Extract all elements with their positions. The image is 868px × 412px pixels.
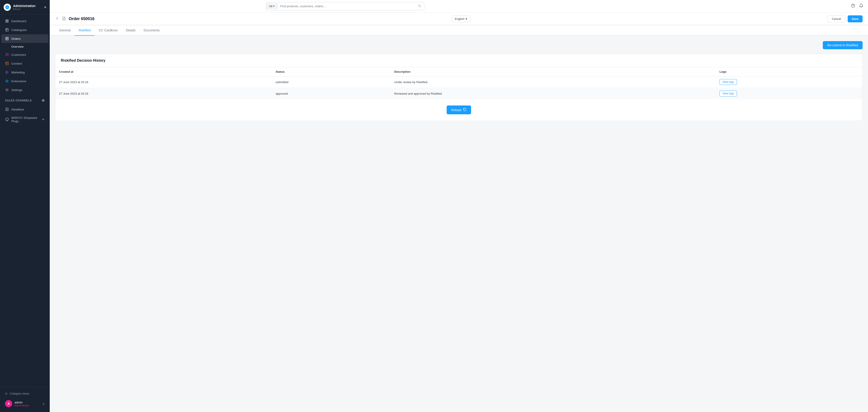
svg-rect-5 [6, 29, 8, 31]
collapse-label: Collapse menu [10, 392, 29, 395]
wsnyc-visibility-icon[interactable]: 👁 [42, 118, 45, 121]
settings-icon [5, 88, 9, 92]
table-row: 27 June 2023 at 20:16 submitted Under re… [55, 76, 862, 88]
sidebar-item-extensions[interactable]: Extensions [1, 77, 49, 85]
svg-rect-1 [6, 20, 7, 21]
main-content-area: All ▾ Order 650016 [50, 0, 868, 412]
search-all-button[interactable]: All ▾ [266, 3, 277, 9]
search-all-label: All [269, 4, 272, 8]
help-icon[interactable] [851, 3, 855, 9]
headless-label: Headless [11, 108, 24, 111]
sidebar-item-customers[interactable]: Customers [1, 50, 49, 59]
brand-area: Administration 6.5.2.1 [0, 0, 50, 15]
brand-version: 6.5.2.1 [13, 8, 42, 10]
order-title: Order 650016 [69, 16, 94, 21]
customers-label: Customers [11, 53, 26, 57]
order-bar-left: Order 650016 [55, 16, 94, 22]
catalogues-icon [5, 28, 9, 32]
tab-riskified[interactable]: Riskified [74, 25, 95, 36]
row2-description: Reviewed and approved by Riskified [391, 88, 716, 99]
sidebar-item-settings[interactable]: Settings [1, 85, 49, 94]
table-header-row: Created at Status Description Logs [55, 67, 862, 76]
collapse-menu-btn[interactable]: ⊙ Collapse menu [1, 390, 49, 398]
col-status: Status [272, 67, 391, 76]
resubmit-bar: Re-submit to Riskified [55, 41, 863, 49]
table-body: 27 June 2023 at 20:16 submitted Under re… [55, 76, 862, 99]
marketing-label: Marketing [11, 71, 25, 74]
table-row: 27 June 2023 at 20:16 approved Reviewed … [55, 88, 862, 99]
svg-point-7 [6, 53, 7, 55]
search-icon-button[interactable] [415, 2, 424, 10]
sidebar-item-marketing[interactable]: Marketing [1, 68, 49, 76]
topbar-right [851, 3, 864, 9]
sidebar: Administration 6.5.2.1 Dashboard Catalog… [0, 0, 50, 412]
user-role: Administrator [14, 404, 40, 407]
reload-button[interactable]: Reload [447, 105, 471, 114]
sidebar-bottom: ⊙ Collapse menu A admin Administrator ∧ [0, 387, 50, 412]
sidebar-item-wsnyc[interactable]: WSNYC Shopware Plugi... 👁 [1, 114, 49, 125]
user-menu-chevron[interactable]: ∧ [42, 402, 45, 406]
sidebar-item-content[interactable]: Content [1, 59, 49, 68]
sidebar-item-orders[interactable]: Orders [1, 34, 49, 43]
order-bar-center: English ▾ [98, 15, 824, 22]
brand-text: Administration 6.5.2.1 [13, 4, 42, 10]
reload-section: Reload [55, 99, 862, 121]
extensions-label: Extensions [11, 79, 26, 83]
order-bar-right: Cancel Save [828, 15, 863, 23]
back-button[interactable] [55, 16, 59, 22]
view-logs-button-2[interactable]: View logs [719, 91, 737, 97]
search-all-chevron: ▾ [273, 5, 275, 8]
col-created-at: Created at [55, 67, 272, 76]
sidebar-item-catalogues[interactable]: Catalogues [1, 26, 49, 34]
decision-history-card: Riskified Decision History Created at St… [55, 54, 863, 121]
reload-icon [463, 108, 467, 112]
collapse-icon: ⊙ [5, 392, 7, 395]
tab-general[interactable]: General [55, 25, 74, 36]
tab-details[interactable]: Details [122, 25, 140, 36]
language-label: English [455, 17, 465, 21]
row2-status: approved [272, 88, 391, 99]
brand-title: Administration [13, 4, 42, 8]
content-label: Content [11, 62, 22, 65]
reload-label: Reload [451, 108, 461, 112]
svg-point-10 [6, 90, 7, 90]
status-dot [44, 6, 46, 8]
notification-icon[interactable] [859, 3, 864, 9]
dashboard-label: Dashboard [11, 20, 26, 23]
sales-channels-title: Sales Channels [5, 99, 32, 102]
resubmit-button[interactable]: Re-submit to Riskified [823, 41, 863, 49]
topbar: All ▾ [50, 0, 868, 13]
content-scroll-area: Re-submit to Riskified Riskified Decisio… [50, 36, 868, 412]
sidebar-nav: Dashboard Catalogues Orders Overview Cus… [0, 15, 50, 387]
headless-icon [5, 107, 9, 111]
sales-channels-header: Sales Channels ⊕ [1, 96, 49, 105]
language-select[interactable]: English ▾ [452, 15, 470, 22]
add-sales-channel-icon[interactable]: ⊕ [41, 98, 45, 103]
cancel-button[interactable]: Cancel [828, 15, 845, 23]
order-bar: Order 650016 English ▾ Cancel Save [50, 13, 868, 25]
row2-logs: View logs [716, 88, 862, 99]
view-logs-button-1[interactable]: View logs [719, 79, 737, 85]
avatar: A [5, 400, 12, 407]
search-input[interactable] [278, 3, 415, 10]
card-title: Riskified Decision History [55, 54, 862, 67]
svg-rect-3 [6, 21, 7, 22]
catalogues-label: Catalogues [11, 28, 27, 32]
decision-history-table: Created at Status Description Logs 27 Ju… [55, 67, 862, 99]
tab-cc-cardknox[interactable]: CC Cardknox [95, 25, 122, 36]
sidebar-item-dashboard[interactable]: Dashboard [1, 17, 49, 25]
overview-label: Overview [11, 45, 24, 48]
customers-icon [5, 53, 9, 57]
tab-documents[interactable]: Documents [140, 25, 164, 36]
extensions-icon [5, 79, 9, 83]
sidebar-item-headless[interactable]: Headless [1, 105, 49, 114]
search-bar: All ▾ [266, 2, 424, 10]
wsnyc-label: WSNYC Shopware Plugi... [11, 116, 39, 123]
row2-created-at: 27 June 2023 at 20:16 [55, 88, 272, 99]
sidebar-item-overview[interactable]: Overview [1, 43, 49, 50]
orders-icon [5, 37, 9, 41]
col-logs: Logs [716, 67, 862, 76]
row1-logs: View logs [716, 76, 862, 88]
save-button[interactable]: Save [848, 15, 863, 22]
col-description: Description [391, 67, 716, 76]
